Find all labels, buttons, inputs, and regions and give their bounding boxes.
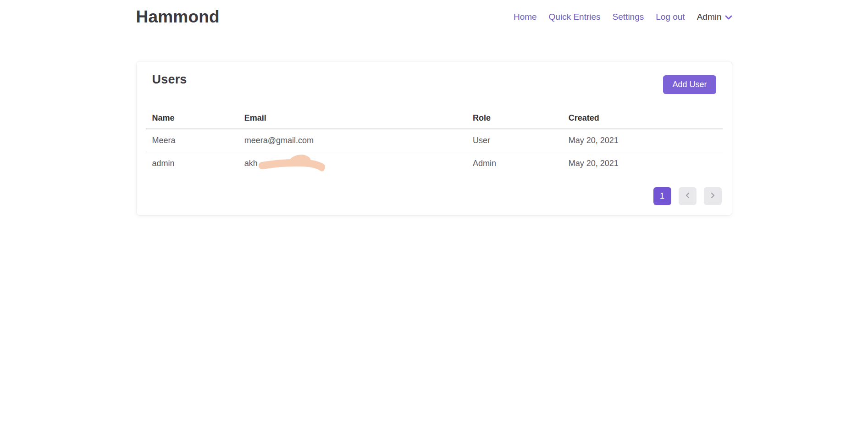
nav-link-log-out[interactable]: Log out <box>656 12 685 22</box>
main-content: Users Add User Name Email Role Created <box>0 34 868 216</box>
brand-logo[interactable]: Hammond <box>136 7 220 27</box>
nav-link-settings[interactable]: Settings <box>613 12 644 22</box>
pagination: 1 <box>146 187 723 205</box>
user-role-cell: Admin <box>466 152 562 175</box>
column-header-role: Role <box>466 109 562 129</box>
user-menu-label: Admin <box>697 12 722 22</box>
user-email-cell: akh <box>238 152 466 175</box>
pagination-prev-button[interactable] <box>679 187 697 205</box>
user-menu-admin[interactable]: Admin <box>697 12 732 22</box>
add-user-button[interactable]: Add User <box>663 75 716 94</box>
user-created-cell: May 20, 2021 <box>562 129 723 152</box>
redaction-scribble <box>257 153 326 173</box>
users-table: Name Email Role Created Meera meera@gmai… <box>146 109 723 175</box>
table-row[interactable]: Meera meera@gmail.com User May 20, 2021 <box>146 129 723 152</box>
user-role-cell: User <box>466 129 562 152</box>
user-email-cell: meera@gmail.com <box>238 129 466 152</box>
table-header-row: Name Email Role Created <box>146 109 723 129</box>
page-title: Users <box>152 72 187 87</box>
pagination-next-button[interactable] <box>704 187 722 205</box>
user-created-cell: May 20, 2021 <box>562 152 723 175</box>
user-email-partial: akh <box>244 159 258 168</box>
users-card-header: Users Add User <box>146 72 723 94</box>
users-card: Users Add User Name Email Role Created <box>136 61 732 216</box>
pagination-page-1[interactable]: 1 <box>653 187 671 205</box>
column-header-email: Email <box>238 109 466 129</box>
chevron-left-icon <box>685 191 690 201</box>
nav-link-home[interactable]: Home <box>514 12 537 22</box>
site-header: Hammond Home Quick Entries Settings Log … <box>0 0 868 34</box>
nav-link-quick-entries[interactable]: Quick Entries <box>549 12 601 22</box>
main-nav: Home Quick Entries Settings Log out Admi… <box>514 12 732 22</box>
user-name-cell: Meera <box>146 129 238 152</box>
chevron-down-icon <box>725 14 732 22</box>
chevron-right-icon <box>710 191 715 201</box>
user-name-cell: admin <box>146 152 238 175</box>
column-header-name: Name <box>146 109 238 129</box>
column-header-created: Created <box>562 109 723 129</box>
table-row[interactable]: admin akh Admin May 20, 2021 <box>146 152 723 175</box>
